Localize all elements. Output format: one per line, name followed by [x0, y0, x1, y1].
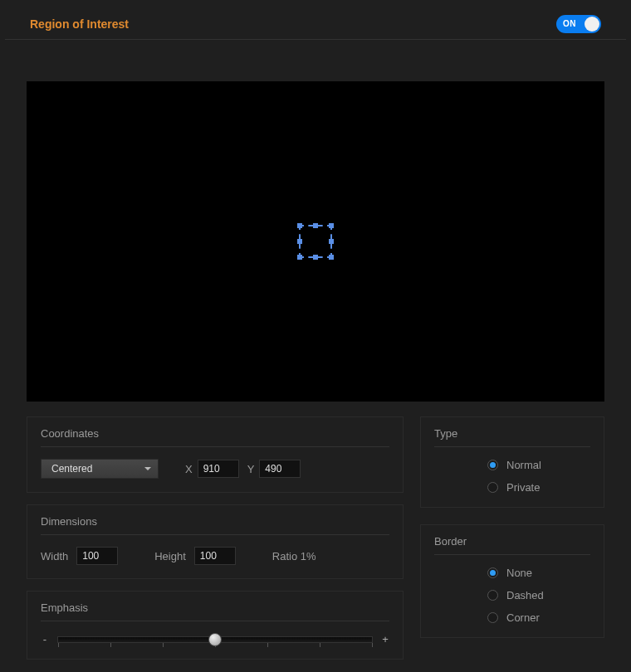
width-label: Width	[41, 550, 68, 562]
coordinates-panel: Coordinates Centered X Y	[27, 416, 404, 493]
width-input[interactable]	[76, 547, 118, 565]
type-option-label: Normal	[506, 459, 541, 471]
border-title: Border	[434, 535, 590, 555]
border-option-label: None	[506, 567, 532, 579]
header: Region of Interest ON	[5, 0, 626, 40]
ratio-text: Ratio 1%	[272, 550, 316, 562]
y-input[interactable]	[259, 460, 301, 478]
border-option-dashed[interactable]: Dashed	[487, 589, 590, 601]
emphasis-slider[interactable]	[57, 636, 373, 643]
preview-canvas[interactable]	[27, 81, 604, 402]
type-title: Type	[434, 427, 590, 447]
radio-icon	[487, 567, 498, 578]
border-panel: Border None Dashed Corner	[420, 524, 604, 638]
roi-handle-tr[interactable]	[329, 223, 334, 228]
dimensions-title: Dimensions	[41, 515, 389, 535]
toggle-knob-icon	[585, 17, 599, 32]
dimensions-panel: Dimensions Width Height Ratio 1%	[27, 504, 404, 579]
border-option-label: Corner	[506, 611, 540, 624]
x-input[interactable]	[198, 460, 239, 478]
x-label: X	[185, 463, 193, 475]
right-column: Type Normal Private Border None Dashed	[420, 416, 604, 660]
emphasis-panel: Emphasis - +	[27, 591, 404, 660]
radio-icon	[487, 482, 498, 493]
height-label: Height	[154, 550, 186, 562]
height-input[interactable]	[194, 547, 236, 565]
radio-icon	[487, 590, 498, 601]
roi-handle-l[interactable]	[297, 239, 302, 244]
enable-toggle[interactable]: ON	[556, 15, 601, 33]
type-option-normal[interactable]: Normal	[487, 459, 590, 471]
coordinates-mode-dropdown[interactable]: Centered	[41, 459, 159, 479]
coordinates-mode-selected: Centered	[51, 463, 92, 475]
border-option-none[interactable]: None	[487, 567, 590, 579]
radio-icon	[487, 460, 498, 470]
chevron-down-icon	[144, 467, 151, 470]
emphasis-plus[interactable]: +	[381, 633, 389, 645]
type-panel: Type Normal Private	[420, 416, 604, 508]
roi-handle-t[interactable]	[313, 223, 318, 228]
roi-selection-box[interactable]	[299, 225, 332, 258]
coordinates-title: Coordinates	[41, 427, 389, 447]
roi-handle-bl[interactable]	[297, 255, 302, 260]
border-option-corner[interactable]: Corner	[487, 611, 590, 624]
border-option-label: Dashed	[506, 589, 544, 601]
radio-icon	[487, 612, 498, 623]
panels: Coordinates Centered X Y Dimensions	[0, 402, 631, 660]
roi-handle-br[interactable]	[329, 255, 334, 260]
type-option-label: Private	[506, 481, 540, 494]
emphasis-minus[interactable]: -	[41, 633, 49, 645]
toggle-label: ON	[563, 19, 576, 28]
roi-handle-r[interactable]	[329, 239, 334, 244]
page-title: Region of Interest	[30, 17, 129, 31]
roi-handle-b[interactable]	[313, 255, 318, 260]
left-column: Coordinates Centered X Y Dimensions	[27, 416, 404, 660]
roi-handle-tl[interactable]	[297, 223, 302, 228]
y-label: Y	[247, 463, 255, 475]
type-option-private[interactable]: Private	[487, 481, 590, 494]
emphasis-slider-thumb[interactable]	[208, 633, 222, 646]
emphasis-title: Emphasis	[41, 601, 389, 621]
